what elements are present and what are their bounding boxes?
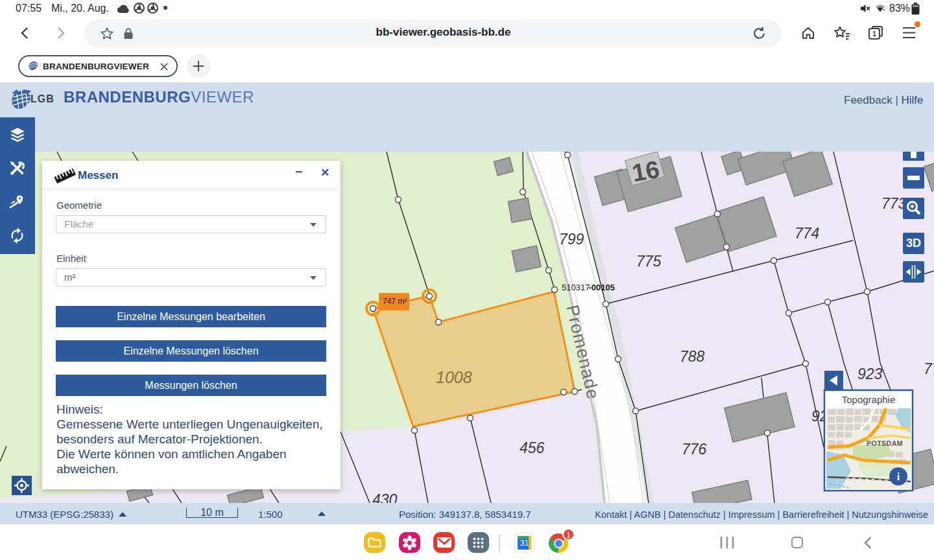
svg-text:16: 16 xyxy=(630,156,662,187)
svg-text:510317-00105: 510317-00105 xyxy=(562,283,615,292)
svg-text:77: 77 xyxy=(924,360,934,377)
svg-text:POTSDAM: POTSDAM xyxy=(867,439,903,447)
svg-text:747 m²: 747 m² xyxy=(383,297,407,306)
svg-text:Topographie: Topographie xyxy=(842,394,896,405)
svg-text:775: 775 xyxy=(636,253,662,270)
svg-text:i: i xyxy=(897,471,900,482)
svg-text:788: 788 xyxy=(680,348,705,365)
svg-text:456: 456 xyxy=(520,439,545,456)
svg-text:923: 923 xyxy=(857,366,883,382)
svg-text:1: 1 xyxy=(872,30,876,38)
svg-text:776: 776 xyxy=(682,441,707,458)
svg-text:799: 799 xyxy=(559,231,584,248)
svg-text:774: 774 xyxy=(795,225,819,242)
